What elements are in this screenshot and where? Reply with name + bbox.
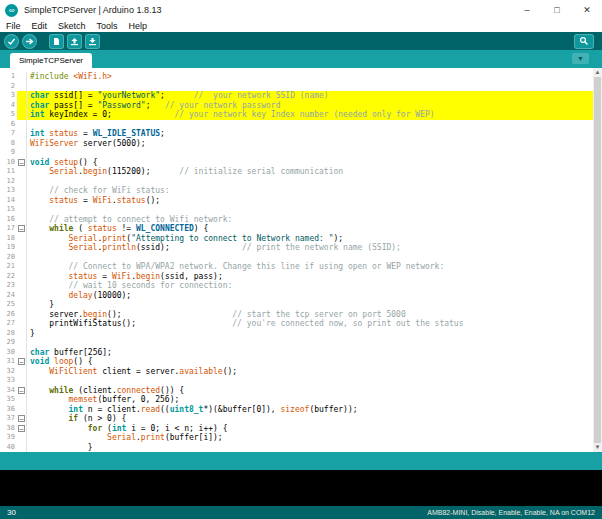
open-button[interactable] bbox=[67, 34, 82, 49]
fold-toggle-icon[interactable]: – bbox=[18, 159, 25, 166]
line-number: 5 bbox=[0, 110, 17, 120]
code-line[interactable]: 9 bbox=[0, 148, 593, 158]
code-line[interactable]: 12 bbox=[0, 177, 593, 187]
line-status-bar: 30 AMB82-MINI, Disable, Enable, Enable, … bbox=[0, 506, 602, 519]
code-line[interactable]: 36 int n = client.read((uint8_t*)(&buffe… bbox=[0, 405, 593, 415]
fold-toggle-icon[interactable]: – bbox=[18, 358, 25, 365]
code-editor[interactable]: 1#include <WiFi.h>23char ssid[] = "yourN… bbox=[0, 68, 602, 452]
scroll-up-icon[interactable]: ▲ bbox=[593, 68, 602, 77]
code-line[interactable]: 4char pass[] = "Password"; // your netwo… bbox=[0, 101, 593, 111]
new-sketch-button[interactable] bbox=[49, 34, 64, 49]
menu-help[interactable]: Help bbox=[129, 20, 148, 32]
menu-tools[interactable]: Tools bbox=[97, 20, 118, 32]
code-line[interactable]: 38– for (int i = 0; i < n; i++) { bbox=[0, 424, 593, 434]
code-text: void setup() { bbox=[26, 158, 593, 168]
code-line[interactable]: 1#include <WiFi.h> bbox=[0, 72, 593, 82]
code-line[interactable]: 8WiFiServer server(5000); bbox=[0, 139, 593, 149]
code-line[interactable]: 13 // check for WiFi status: bbox=[0, 186, 593, 196]
code-line[interactable]: 28} bbox=[0, 329, 593, 339]
line-number: 20 bbox=[0, 253, 17, 263]
line-number: 31 bbox=[0, 357, 17, 367]
board-port-info: AMB82-MINI, Disable, Enable, Enable, NA … bbox=[427, 509, 595, 516]
fold-toggle-icon[interactable]: – bbox=[18, 425, 25, 432]
code-line[interactable]: 25 } bbox=[0, 300, 593, 310]
save-button[interactable] bbox=[85, 34, 100, 49]
scrollbar-thumb[interactable] bbox=[594, 77, 601, 443]
menu-sketch[interactable]: Sketch bbox=[58, 20, 86, 32]
tab-menu-button[interactable]: ▼ bbox=[572, 53, 589, 64]
code-line[interactable]: 2 bbox=[0, 82, 593, 92]
code-area[interactable]: 1#include <WiFi.h>23char ssid[] = "yourN… bbox=[0, 68, 593, 452]
editor-scrollbar[interactable]: ▲ ▼ bbox=[593, 68, 602, 452]
tab-simpletcpserver[interactable]: SimpleTCPServer bbox=[10, 53, 92, 68]
code-text: } bbox=[26, 443, 593, 453]
verify-button[interactable] bbox=[4, 34, 19, 49]
current-line-indicator: 30 bbox=[7, 508, 16, 517]
code-line[interactable]: 31–void loop() { bbox=[0, 357, 593, 367]
code-line[interactable]: 20 bbox=[0, 253, 593, 263]
code-line[interactable]: 33 bbox=[0, 376, 593, 386]
code-line[interactable]: 35 memset(buffer, 0, 256); bbox=[0, 395, 593, 405]
code-line[interactable]: 29 bbox=[0, 338, 593, 348]
fold-column bbox=[17, 291, 26, 301]
code-line[interactable]: 15 bbox=[0, 205, 593, 215]
fold-column bbox=[17, 205, 26, 215]
code-line[interactable]: 7int status = WL_IDLE_STATUS; bbox=[0, 129, 593, 139]
code-line[interactable]: 11 Serial.begin(115200); // initialize s… bbox=[0, 167, 593, 177]
tab-bar: SimpleTCPServer ▼ bbox=[0, 50, 602, 68]
code-text: // Connect to WPA/WPA2 network. Change t… bbox=[26, 262, 593, 272]
code-text bbox=[26, 148, 593, 158]
code-line[interactable]: 39 Serial.print(buffer[i]); bbox=[0, 433, 593, 443]
fold-toggle-icon[interactable]: – bbox=[18, 225, 25, 232]
code-line[interactable]: 32 WiFiClient client = server.available(… bbox=[0, 367, 593, 377]
fold-column bbox=[17, 338, 26, 348]
fold-toggle-icon[interactable]: – bbox=[18, 415, 25, 422]
fold-column: – bbox=[17, 158, 26, 168]
menu-edit[interactable]: Edit bbox=[32, 20, 48, 32]
code-line[interactable]: 19 Serial.println(ssid); // print the ne… bbox=[0, 243, 593, 253]
upload-button[interactable] bbox=[22, 34, 37, 49]
code-text: } bbox=[26, 300, 593, 310]
code-text: } bbox=[26, 329, 593, 339]
code-line[interactable]: 30char buffer[256]; bbox=[0, 348, 593, 358]
serial-monitor-button[interactable] bbox=[574, 34, 594, 49]
code-text: Serial.begin(115200); // initialize seri… bbox=[26, 167, 593, 177]
scroll-down-icon[interactable]: ▼ bbox=[593, 443, 602, 452]
code-line[interactable]: 6 bbox=[0, 120, 593, 130]
code-line[interactable]: 34– while (client.connected()) { bbox=[0, 386, 593, 396]
maximize-button[interactable]: □ bbox=[542, 0, 572, 20]
arduino-logo-icon: ∞ bbox=[5, 4, 18, 17]
minimize-button[interactable]: – bbox=[512, 0, 542, 20]
fold-column bbox=[17, 72, 26, 82]
code-line[interactable]: 10–void setup() { bbox=[0, 158, 593, 168]
code-text: char ssid[] = "yourNetwork"; // your net… bbox=[26, 91, 593, 101]
fold-column bbox=[17, 395, 26, 405]
fold-column: – bbox=[17, 224, 26, 234]
code-line[interactable]: 18 Serial.print("Attempting to connect t… bbox=[0, 234, 593, 244]
code-line[interactable]: 37– if (n > 0) { bbox=[0, 414, 593, 424]
code-line[interactable]: 21 // Connect to WPA/WPA2 network. Chang… bbox=[0, 262, 593, 272]
code-text: char buffer[256]; bbox=[26, 348, 593, 358]
fold-toggle-icon[interactable]: – bbox=[18, 387, 25, 394]
line-number: 9 bbox=[0, 148, 17, 158]
fold-column bbox=[17, 110, 26, 120]
code-text: char pass[] = "Password"; // your networ… bbox=[26, 101, 593, 111]
window-title: SimpleTCPServer | Arduino 1.8.13 bbox=[24, 5, 161, 15]
code-line[interactable]: 3char ssid[] = "yourNetwork"; // your ne… bbox=[0, 91, 593, 101]
code-line[interactable]: 5int keyIndex = 0; // your network key I… bbox=[0, 110, 593, 120]
close-button[interactable]: ✕ bbox=[572, 0, 602, 20]
code-line[interactable]: 27 printWifiStatus(); // you're connecte… bbox=[0, 319, 593, 329]
fold-column bbox=[17, 348, 26, 358]
menu-file[interactable]: File bbox=[6, 20, 21, 32]
line-number: 1 bbox=[0, 72, 17, 82]
code-line[interactable]: 40 } bbox=[0, 443, 593, 453]
code-line[interactable]: 24 delay(10000); bbox=[0, 291, 593, 301]
code-line[interactable]: 17– while ( status != WL_CONNECTED) { bbox=[0, 224, 593, 234]
code-line[interactable]: 22 status = WiFi.begin(ssid, pass); bbox=[0, 272, 593, 282]
code-line[interactable]: 16 // attempt to connect to Wifi network… bbox=[0, 215, 593, 225]
code-line[interactable]: 23 // wait 10 seconds for connection: bbox=[0, 281, 593, 291]
fold-column bbox=[17, 82, 26, 92]
code-text: if (n > 0) { bbox=[26, 414, 593, 424]
code-line[interactable]: 26 server.begin(); // start the tcp serv… bbox=[0, 310, 593, 320]
code-line[interactable]: 14 status = WiFi.status(); bbox=[0, 196, 593, 206]
